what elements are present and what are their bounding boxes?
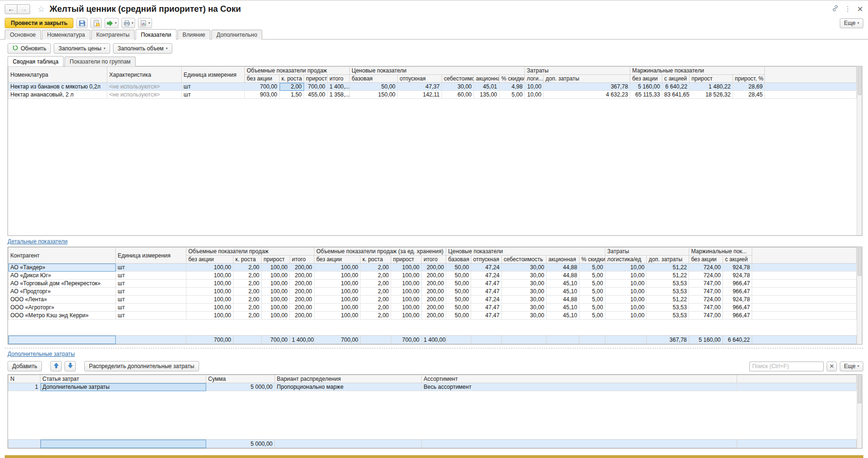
col-header[interactable]: с акцией: [662, 75, 690, 83]
table-cell[interactable]: Пропорционально марже: [275, 383, 422, 391]
tab-osnovnoe[interactable]: Основное: [5, 30, 41, 40]
col-header[interactable]: с акцией: [723, 256, 752, 264]
col-group-header[interactable]: Ценовые показатели: [350, 67, 525, 75]
table-cell[interactable]: 966,47: [723, 288, 752, 296]
col-header[interactable]: прирост: [262, 256, 290, 264]
col-header[interactable]: без акции: [314, 256, 361, 264]
table-cell[interactable]: 724,00: [689, 264, 723, 272]
table-row[interactable]: АО «Продторг»шт100,002,00100,00200,00100…: [8, 288, 857, 296]
col-header[interactable]: Статья затрат: [40, 375, 206, 383]
table-cell[interactable]: 100,00: [262, 312, 290, 320]
table-cell[interactable]: 45,10: [547, 304, 579, 312]
table-cell[interactable]: 51,22: [647, 272, 689, 280]
table-cell[interactable]: 2,00: [361, 272, 391, 280]
table-row[interactable]: Нектар ананасовый, 2 л<не используются>ш…: [8, 91, 857, 99]
table-cell[interactable]: 200,00: [422, 264, 446, 272]
col-header[interactable]: без акции: [689, 256, 723, 264]
section-splitter[interactable]: [5, 348, 863, 348]
table-cell[interactable]: 10,00: [605, 296, 647, 304]
col-header[interactable]: без акции: [186, 256, 233, 264]
fill-volume-button[interactable]: Заполнить объем▾: [113, 43, 172, 54]
fill-prices-button[interactable]: Заполнить цены▾: [54, 43, 110, 54]
col-header[interactable]: базовая: [350, 75, 398, 83]
table-cell[interactable]: 44,88: [547, 264, 579, 272]
table-cell[interactable]: АО «Тандер»: [8, 264, 116, 272]
table-cell[interactable]: 903,00: [245, 91, 280, 99]
table-cell[interactable]: 47,24: [471, 296, 502, 304]
table-cell[interactable]: 100,00: [391, 272, 422, 280]
search-input[interactable]: [749, 362, 824, 371]
col-header[interactable]: базовая: [446, 256, 471, 264]
tab-kontragenty[interactable]: Контрагенты: [91, 30, 135, 40]
table-cell[interactable]: 2,00: [233, 304, 262, 312]
table-cell[interactable]: [752, 272, 857, 280]
col-group-header[interactable]: Затраты: [525, 67, 630, 75]
more-button-top[interactable]: Еще▾: [840, 18, 863, 28]
table-row[interactable]: ООО «Агроторг»шт100,002,00100,00200,0010…: [8, 304, 857, 312]
table-cell[interactable]: 10,00: [605, 272, 647, 280]
col-header[interactable]: прирост: [304, 75, 328, 83]
table-row[interactable]: Нектар из бананов с мякотью 0,2л<не испо…: [8, 83, 857, 91]
table-cell[interactable]: 100,00: [186, 264, 233, 272]
table-cell[interactable]: шт: [116, 304, 186, 312]
col-header[interactable]: итого: [290, 256, 314, 264]
table-cell[interactable]: 30,00: [502, 312, 547, 320]
table-cell[interactable]: [752, 312, 857, 320]
table-cell[interactable]: 966,47: [723, 304, 752, 312]
create-based-on-button[interactable]: ▾: [104, 18, 119, 28]
forward-button[interactable]: →: [17, 4, 30, 14]
col-header[interactable]: N: [8, 375, 40, 383]
table-cell[interactable]: 50,00: [446, 296, 471, 304]
col-header[interactable]: себестоимость: [502, 256, 547, 264]
table-cell[interactable]: 200,00: [290, 304, 314, 312]
table-cell[interactable]: 1,50: [280, 91, 304, 99]
table-cell[interactable]: [752, 264, 857, 272]
col-header[interactable]: акционная: [547, 256, 579, 264]
table-cell[interactable]: [752, 280, 857, 288]
table-cell[interactable]: 724,00: [689, 296, 723, 304]
table-cell[interactable]: 747,00: [689, 312, 723, 320]
table-cell[interactable]: 100,00: [186, 304, 233, 312]
clear-search-button[interactable]: ✕: [827, 362, 837, 371]
col-header[interactable]: Сумма: [206, 375, 275, 383]
col-header[interactable]: итого: [422, 256, 446, 264]
vertical-scrollbar[interactable]: [857, 66, 862, 235]
col-header[interactable]: без акции: [630, 75, 662, 83]
col-header[interactable]: Контрагент: [8, 248, 116, 264]
vertical-scrollbar[interactable]: [857, 375, 862, 448]
table-cell[interactable]: 100,00: [186, 280, 233, 288]
scrollbar-thumb[interactable]: [858, 375, 861, 403]
table-cell[interactable]: 5,00: [579, 264, 605, 272]
col-group-header[interactable]: Маржинальные пок...: [689, 248, 752, 256]
table-cell[interactable]: 100,00: [391, 264, 422, 272]
table-cell[interactable]: 966,47: [723, 312, 752, 320]
table-cell[interactable]: АО «Дикси Юг»: [8, 272, 116, 280]
table-cell[interactable]: 100,00: [391, 312, 422, 320]
table-cell[interactable]: 2,00: [233, 288, 262, 296]
table-cell[interactable]: 1 480,22: [690, 83, 733, 91]
table-cell[interactable]: 100,00: [186, 312, 233, 320]
table-cell[interactable]: 2,00: [361, 304, 391, 312]
table-cell[interactable]: 100,00: [262, 272, 290, 280]
favorite-star-icon[interactable]: ☆: [38, 4, 45, 14]
table-cell[interactable]: 10,00: [525, 83, 544, 91]
table-cell[interactable]: 367,78: [544, 83, 630, 91]
table-cell[interactable]: 700,00: [245, 83, 280, 91]
table-cell[interactable]: 100,00: [262, 264, 290, 272]
table-cell[interactable]: 5,00: [579, 272, 605, 280]
table-cell[interactable]: 45,01: [474, 83, 499, 91]
scrollbar-thumb[interactable]: [858, 248, 861, 276]
table-cell[interactable]: 142,11: [398, 91, 442, 99]
table-cell[interactable]: 200,00: [290, 296, 314, 304]
table-cell[interactable]: ООО «Агроторг»: [8, 304, 116, 312]
col-group-header[interactable]: Объемные показатели продаж (за ед. хране…: [314, 248, 446, 256]
col-header[interactable]: % скидки: [499, 75, 525, 83]
col-header[interactable]: отпускная: [398, 75, 442, 83]
table-cell[interactable]: 5,00: [579, 304, 605, 312]
table-cell[interactable]: 50,00: [446, 288, 471, 296]
col-header[interactable]: логистика/ед: [605, 256, 647, 264]
table-cell[interactable]: 200,00: [290, 264, 314, 272]
table-cell[interactable]: 100,00: [314, 272, 361, 280]
col-header[interactable]: прирост, %: [733, 75, 765, 83]
subtab-po-gruppam[interactable]: Показатели по группам: [64, 56, 136, 66]
